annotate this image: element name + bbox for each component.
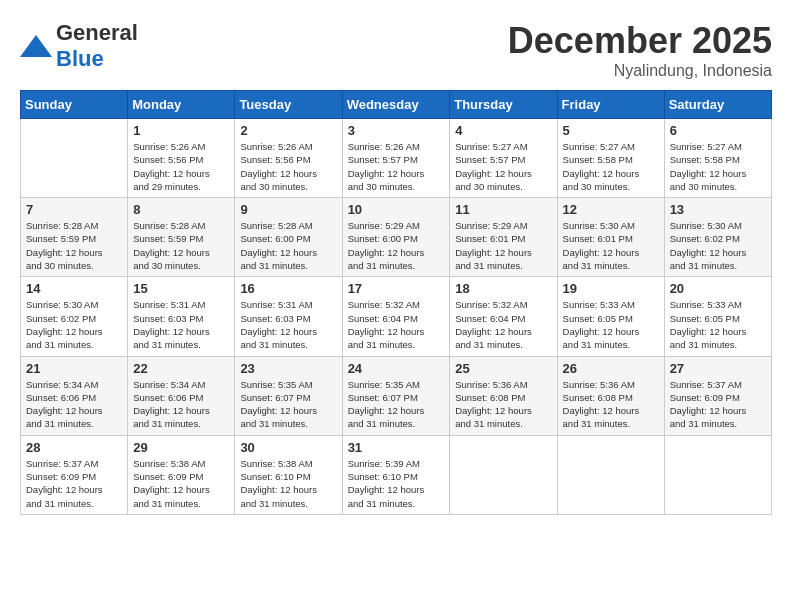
calendar-cell	[557, 435, 664, 514]
day-number: 27	[670, 361, 766, 376]
day-number: 28	[26, 440, 122, 455]
day-info: Sunrise: 5:38 AM Sunset: 6:10 PM Dayligh…	[240, 457, 336, 510]
day-number: 8	[133, 202, 229, 217]
day-number: 24	[348, 361, 445, 376]
calendar-cell	[450, 435, 557, 514]
day-info: Sunrise: 5:29 AM Sunset: 6:01 PM Dayligh…	[455, 219, 551, 272]
calendar-cell: 14Sunrise: 5:30 AM Sunset: 6:02 PM Dayli…	[21, 277, 128, 356]
calendar-cell: 4Sunrise: 5:27 AM Sunset: 5:57 PM Daylig…	[450, 119, 557, 198]
day-number: 25	[455, 361, 551, 376]
calendar-cell: 20Sunrise: 5:33 AM Sunset: 6:05 PM Dayli…	[664, 277, 771, 356]
day-number: 13	[670, 202, 766, 217]
day-number: 22	[133, 361, 229, 376]
location: Nyalindung, Indonesia	[508, 62, 772, 80]
day-number: 14	[26, 281, 122, 296]
day-number: 5	[563, 123, 659, 138]
calendar-cell: 28Sunrise: 5:37 AM Sunset: 6:09 PM Dayli…	[21, 435, 128, 514]
calendar-cell	[664, 435, 771, 514]
day-number: 12	[563, 202, 659, 217]
day-number: 11	[455, 202, 551, 217]
day-number: 2	[240, 123, 336, 138]
logo-text: GeneralBlue	[56, 20, 138, 72]
weekday-tuesday: Tuesday	[235, 91, 342, 119]
day-info: Sunrise: 5:31 AM Sunset: 6:03 PM Dayligh…	[240, 298, 336, 351]
weekday-wednesday: Wednesday	[342, 91, 450, 119]
day-info: Sunrise: 5:38 AM Sunset: 6:09 PM Dayligh…	[133, 457, 229, 510]
calendar-cell: 6Sunrise: 5:27 AM Sunset: 5:58 PM Daylig…	[664, 119, 771, 198]
day-info: Sunrise: 5:28 AM Sunset: 5:59 PM Dayligh…	[26, 219, 122, 272]
day-info: Sunrise: 5:36 AM Sunset: 6:08 PM Dayligh…	[455, 378, 551, 431]
calendar-cell: 16Sunrise: 5:31 AM Sunset: 6:03 PM Dayli…	[235, 277, 342, 356]
calendar-cell: 22Sunrise: 5:34 AM Sunset: 6:06 PM Dayli…	[128, 356, 235, 435]
calendar-cell	[21, 119, 128, 198]
calendar-cell: 21Sunrise: 5:34 AM Sunset: 6:06 PM Dayli…	[21, 356, 128, 435]
day-info: Sunrise: 5:34 AM Sunset: 6:06 PM Dayligh…	[133, 378, 229, 431]
calendar-week-5: 28Sunrise: 5:37 AM Sunset: 6:09 PM Dayli…	[21, 435, 772, 514]
calendar-week-1: 1Sunrise: 5:26 AM Sunset: 5:56 PM Daylig…	[21, 119, 772, 198]
day-info: Sunrise: 5:27 AM Sunset: 5:58 PM Dayligh…	[563, 140, 659, 193]
month-title: December 2025	[508, 20, 772, 62]
day-info: Sunrise: 5:34 AM Sunset: 6:06 PM Dayligh…	[26, 378, 122, 431]
day-number: 17	[348, 281, 445, 296]
calendar-cell: 18Sunrise: 5:32 AM Sunset: 6:04 PM Dayli…	[450, 277, 557, 356]
day-number: 21	[26, 361, 122, 376]
calendar-cell: 17Sunrise: 5:32 AM Sunset: 6:04 PM Dayli…	[342, 277, 450, 356]
calendar-cell: 30Sunrise: 5:38 AM Sunset: 6:10 PM Dayli…	[235, 435, 342, 514]
calendar-cell: 19Sunrise: 5:33 AM Sunset: 6:05 PM Dayli…	[557, 277, 664, 356]
day-info: Sunrise: 5:26 AM Sunset: 5:57 PM Dayligh…	[348, 140, 445, 193]
day-info: Sunrise: 5:31 AM Sunset: 6:03 PM Dayligh…	[133, 298, 229, 351]
page-header: GeneralBlue December 2025 Nyalindung, In…	[20, 20, 772, 80]
day-info: Sunrise: 5:39 AM Sunset: 6:10 PM Dayligh…	[348, 457, 445, 510]
calendar-cell: 9Sunrise: 5:28 AM Sunset: 6:00 PM Daylig…	[235, 198, 342, 277]
day-info: Sunrise: 5:29 AM Sunset: 6:00 PM Dayligh…	[348, 219, 445, 272]
day-info: Sunrise: 5:28 AM Sunset: 6:00 PM Dayligh…	[240, 219, 336, 272]
day-number: 23	[240, 361, 336, 376]
calendar-cell: 31Sunrise: 5:39 AM Sunset: 6:10 PM Dayli…	[342, 435, 450, 514]
day-number: 18	[455, 281, 551, 296]
day-number: 6	[670, 123, 766, 138]
day-number: 10	[348, 202, 445, 217]
calendar-week-2: 7Sunrise: 5:28 AM Sunset: 5:59 PM Daylig…	[21, 198, 772, 277]
calendar-table: SundayMondayTuesdayWednesdayThursdayFrid…	[20, 90, 772, 515]
calendar-cell: 3Sunrise: 5:26 AM Sunset: 5:57 PM Daylig…	[342, 119, 450, 198]
day-info: Sunrise: 5:30 AM Sunset: 6:02 PM Dayligh…	[26, 298, 122, 351]
calendar-cell: 2Sunrise: 5:26 AM Sunset: 5:56 PM Daylig…	[235, 119, 342, 198]
weekday-saturday: Saturday	[664, 91, 771, 119]
calendar-cell: 25Sunrise: 5:36 AM Sunset: 6:08 PM Dayli…	[450, 356, 557, 435]
day-number: 31	[348, 440, 445, 455]
day-number: 4	[455, 123, 551, 138]
day-number: 20	[670, 281, 766, 296]
calendar-cell: 1Sunrise: 5:26 AM Sunset: 5:56 PM Daylig…	[128, 119, 235, 198]
weekday-thursday: Thursday	[450, 91, 557, 119]
day-number: 19	[563, 281, 659, 296]
calendar-cell: 29Sunrise: 5:38 AM Sunset: 6:09 PM Dayli…	[128, 435, 235, 514]
day-info: Sunrise: 5:33 AM Sunset: 6:05 PM Dayligh…	[670, 298, 766, 351]
title-area: December 2025 Nyalindung, Indonesia	[508, 20, 772, 80]
day-number: 30	[240, 440, 336, 455]
weekday-header-row: SundayMondayTuesdayWednesdayThursdayFrid…	[21, 91, 772, 119]
day-number: 16	[240, 281, 336, 296]
day-info: Sunrise: 5:28 AM Sunset: 5:59 PM Dayligh…	[133, 219, 229, 272]
day-info: Sunrise: 5:37 AM Sunset: 6:09 PM Dayligh…	[26, 457, 122, 510]
calendar-cell: 24Sunrise: 5:35 AM Sunset: 6:07 PM Dayli…	[342, 356, 450, 435]
day-info: Sunrise: 5:35 AM Sunset: 6:07 PM Dayligh…	[348, 378, 445, 431]
weekday-sunday: Sunday	[21, 91, 128, 119]
day-number: 29	[133, 440, 229, 455]
calendar-cell: 15Sunrise: 5:31 AM Sunset: 6:03 PM Dayli…	[128, 277, 235, 356]
calendar-week-4: 21Sunrise: 5:34 AM Sunset: 6:06 PM Dayli…	[21, 356, 772, 435]
day-info: Sunrise: 5:33 AM Sunset: 6:05 PM Dayligh…	[563, 298, 659, 351]
calendar-cell: 11Sunrise: 5:29 AM Sunset: 6:01 PM Dayli…	[450, 198, 557, 277]
day-info: Sunrise: 5:30 AM Sunset: 6:01 PM Dayligh…	[563, 219, 659, 272]
weekday-monday: Monday	[128, 91, 235, 119]
calendar-cell: 7Sunrise: 5:28 AM Sunset: 5:59 PM Daylig…	[21, 198, 128, 277]
day-info: Sunrise: 5:30 AM Sunset: 6:02 PM Dayligh…	[670, 219, 766, 272]
day-info: Sunrise: 5:27 AM Sunset: 5:57 PM Dayligh…	[455, 140, 551, 193]
calendar-cell: 27Sunrise: 5:37 AM Sunset: 6:09 PM Dayli…	[664, 356, 771, 435]
day-number: 7	[26, 202, 122, 217]
day-info: Sunrise: 5:26 AM Sunset: 5:56 PM Dayligh…	[240, 140, 336, 193]
calendar-week-3: 14Sunrise: 5:30 AM Sunset: 6:02 PM Dayli…	[21, 277, 772, 356]
day-number: 1	[133, 123, 229, 138]
day-info: Sunrise: 5:32 AM Sunset: 6:04 PM Dayligh…	[455, 298, 551, 351]
day-info: Sunrise: 5:32 AM Sunset: 6:04 PM Dayligh…	[348, 298, 445, 351]
day-number: 9	[240, 202, 336, 217]
